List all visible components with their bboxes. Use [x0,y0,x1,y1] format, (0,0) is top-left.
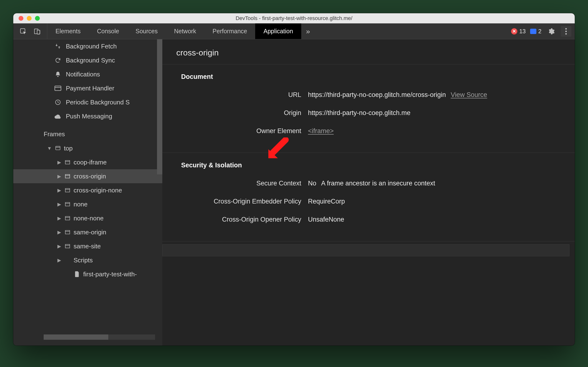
close-window-button[interactable] [18,16,23,21]
frames-tree-item-same-site[interactable]: ▶ same-site [13,239,162,253]
chevron-right-icon[interactable]: ▶ [57,187,61,193]
tree-item-label: top [64,145,73,152]
fetch-icon [54,43,62,50]
sidebar-item-background-fetch[interactable]: Background Fetch [13,39,162,53]
tab-network[interactable]: Network [166,23,204,39]
row-label: URL [162,91,308,99]
chevron-down-icon[interactable]: ▼ [47,146,52,151]
row-label: Origin [162,109,308,117]
frames-tree-item-cross-origin[interactable]: ▶ cross-origin [13,169,162,183]
frame-icon [64,174,71,179]
chevron-right-icon[interactable]: ▶ [57,229,61,235]
row-value: UnsafeNone [308,216,344,223]
svg-rect-16 [65,189,70,192]
frames-tree-item-none[interactable]: ▶ none [13,197,162,211]
tree-item-label: same-origin [74,229,106,236]
chevron-right-icon[interactable]: ▶ [57,215,61,221]
tab-console[interactable]: Console [89,23,127,39]
svg-rect-22 [65,231,70,234]
cloud-icon [54,114,62,119]
row-coop: Cross-Origin Opener Policy UnsafeNone [162,210,575,229]
inspect-icon[interactable] [19,28,27,35]
row-value: No [308,180,316,187]
annotation-arrow-icon [266,137,289,161]
frame-icon [64,244,71,249]
tab-application[interactable]: Application [255,23,301,39]
chevron-right-icon[interactable]: ▶ [57,257,61,263]
tree-item-label: first-party-test-with- [83,271,137,278]
empty-section-bar [162,244,570,256]
tree-item-label: cross-origin [74,173,106,180]
sidebar-item-label: Push Messaging [66,113,112,120]
row-value: https://third-party-no-coep.glitch.me [308,109,411,117]
frames-tree: ▼ top ▶ coop-iframe ▶ cross-origi [13,141,162,283]
frames-tree-item-scripts[interactable]: ▶ Scripts [13,253,162,267]
row-origin: Origin https://third-party-no-coep.glitc… [162,104,575,122]
sidebar-item-label: Background Fetch [66,43,117,50]
bell-icon [54,71,62,77]
error-count-badge[interactable]: ✕ 13 [511,28,526,35]
issues-count-badge[interactable]: 2 [530,28,541,35]
row-secure-context: Secure Context No A frame ancestor is an… [162,174,575,192]
tab-sources[interactable]: Sources [127,23,166,39]
sync-icon [54,57,62,63]
row-label: Secure Context [162,180,308,187]
panel-tabs: Elements Console Sources Network Perform… [47,23,301,39]
devtools-window: DevTools - first-party-test-with-resourc… [13,13,575,346]
svg-rect-12 [65,161,70,164]
tree-item-label: cross-origin-none [74,187,122,194]
device-toolbar-icon[interactable] [34,28,41,35]
svg-rect-10 [56,146,60,150]
view-source-link[interactable]: View Source [451,91,487,99]
owner-element-link[interactable]: <iframe> [308,127,334,135]
sidebar-item-push-messaging[interactable]: Push Messaging [13,109,162,123]
zoom-window-button[interactable] [35,16,40,21]
section-heading-document: Document [162,71,575,86]
row-extra: A frame ancestor is an insecure context [321,180,435,187]
minimize-window-button[interactable] [27,16,32,21]
frame-icon [64,230,71,235]
tree-item-label: same-site [74,242,101,250]
settings-button[interactable] [546,26,556,37]
chevron-right-icon[interactable]: ▶ [57,159,61,165]
detail-title: cross-origin [162,39,575,64]
window-icon [54,146,61,151]
frames-tree-item-cross-origin-none[interactable]: ▶ cross-origin-none [13,183,162,197]
frame-icon [64,216,71,221]
sidebar-horizontal-scrollbar[interactable] [44,334,155,340]
sidebar-item-payment-handler[interactable]: Payment Handler [13,81,162,95]
svg-point-5 [565,30,567,32]
row-url: URL https://third-party-no-coep.glitch.m… [162,86,575,104]
sidebar-item-background-sync[interactable]: Background Sync [13,53,162,67]
row-owner-element: Owner Element <iframe> [162,122,575,140]
frame-icon [64,202,71,207]
svg-rect-24 [65,244,70,248]
tab-elements[interactable]: Elements [47,23,89,39]
svg-rect-14 [65,175,70,178]
scrollbar-thumb[interactable] [44,334,108,340]
frames-tree-item-same-origin[interactable]: ▶ same-origin [13,225,162,239]
more-options-button[interactable] [561,26,571,37]
svg-rect-18 [65,202,70,206]
frame-icon [64,160,71,165]
frame-icon [64,188,71,193]
sidebar-item-periodic-sync[interactable]: Periodic Background S [13,95,162,109]
row-label: Cross-Origin Opener Policy [162,216,308,223]
frames-tree-item-coop-iframe[interactable]: ▶ coop-iframe [13,155,162,169]
frames-tree-item-none-none[interactable]: ▶ none-none [13,211,162,225]
chevron-right-icon[interactable]: ▶ [57,201,61,207]
traffic-lights [13,16,40,21]
sidebar-item-label: Payment Handler [66,85,114,92]
sidebar-vertical-scrollbar[interactable] [157,39,162,174]
tabs-overflow-button[interactable]: » [301,23,315,39]
row-value: https://third-party-no-coep.glitch.me/cr… [308,91,446,99]
frame-detail-panel: cross-origin Document URL https://third-… [162,39,575,346]
chevron-right-icon[interactable]: ▶ [57,173,61,179]
chevron-right-icon[interactable]: ▶ [57,243,61,249]
tab-performance[interactable]: Performance [204,23,255,39]
sidebar-item-label: Background Sync [66,57,115,64]
frames-tree-item-top[interactable]: ▼ top [13,141,162,155]
frames-tree-item-script-file[interactable]: first-party-test-with- [13,267,162,281]
window-title: DevTools - first-party-test-with-resourc… [13,15,575,21]
sidebar-item-notifications[interactable]: Notifications [13,67,162,81]
